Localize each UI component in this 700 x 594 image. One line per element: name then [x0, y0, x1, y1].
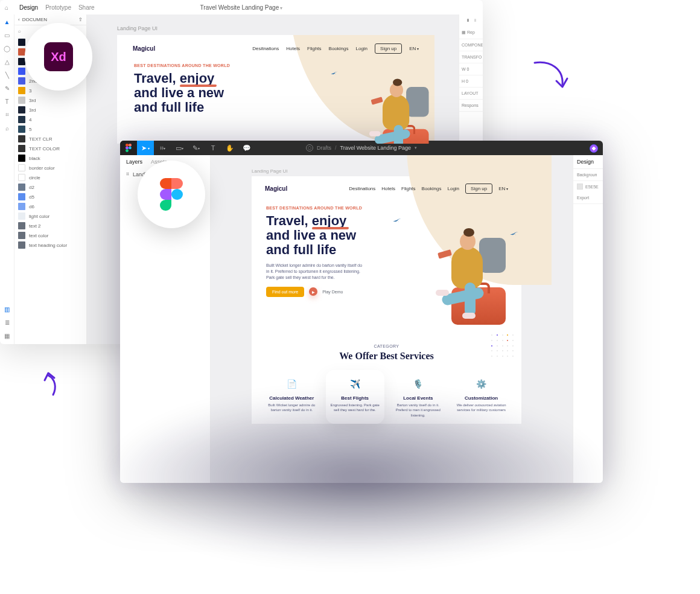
- frame-tool-icon[interactable]: ⌗▾: [154, 141, 171, 155]
- color-swatch: [18, 97, 25, 104]
- swatch-label: d5: [29, 194, 34, 200]
- nav-login[interactable]: Login: [355, 46, 368, 51]
- swatch-label: text heading color: [29, 243, 67, 248]
- decoration-dots: [491, 334, 515, 359]
- play-demo-label[interactable]: Play Demo: [322, 290, 343, 294]
- arrow-icon: [42, 372, 62, 396]
- site-nav: Magicul Desitnations Hotels Flights Book…: [117, 35, 434, 62]
- color-swatch-row[interactable]: 4: [14, 115, 86, 124]
- services-title: We Offer Best Services: [266, 351, 507, 362]
- color-swatch: [18, 145, 25, 152]
- select-tool-icon[interactable]: ▲: [4, 18, 11, 25]
- lang-dropdown[interactable]: EN: [409, 46, 419, 51]
- svg-point-3: [129, 147, 132, 150]
- background-value[interactable]: E5E5E: [573, 181, 603, 192]
- lang-dropdown[interactable]: EN: [498, 186, 508, 191]
- text-tool-icon[interactable]: T: [205, 141, 221, 155]
- xd-artboard[interactable]: Magicul Desitnations Hotels Flights Book…: [117, 35, 434, 144]
- nav-flights[interactable]: Flights: [401, 186, 416, 191]
- color-swatch-row[interactable]: black: [14, 153, 86, 163]
- signup-button[interactable]: Sign up: [375, 43, 402, 54]
- transform-h[interactable]: H 0: [459, 75, 483, 88]
- search-icon[interactable]: ⌕: [18, 28, 21, 34]
- libraries-icon[interactable]: ▥: [4, 305, 11, 313]
- color-swatch-row[interactable]: text color: [14, 231, 86, 240]
- repeat-grid-icon[interactable]: ▦: [462, 30, 467, 34]
- color-swatch-row[interactable]: 5: [14, 124, 86, 134]
- xd-doc-title[interactable]: Travel Website Landing Page: [200, 4, 283, 11]
- xd-toolbar: ▲ ▭ ◯ △ ╲ ✎ T ⌗ ⌕ ▥ ≣ ▦: [0, 14, 14, 344]
- rectangle-tool-icon[interactable]: ▭: [4, 31, 11, 39]
- color-swatch-row[interactable]: light color: [14, 211, 86, 221]
- swatch-label: 3rd: [29, 107, 36, 113]
- services-category: CATEGORY: [266, 344, 507, 348]
- swatch-label: border color: [29, 165, 55, 171]
- responsive-row[interactable]: Respons: [459, 100, 483, 112]
- nav-hotels[interactable]: Hotels: [286, 46, 300, 51]
- transform-w[interactable]: W 0: [459, 63, 483, 75]
- color-swatch-row[interactable]: border color: [14, 163, 86, 173]
- figma-menu-icon[interactable]: [120, 141, 137, 155]
- breadcrumb-drafts[interactable]: Drafts: [317, 145, 331, 151]
- export-section[interactable]: Export: [573, 192, 603, 204]
- xd-tab-design[interactable]: Design: [19, 4, 38, 11]
- distribute-icon[interactable]: ⫴: [474, 18, 476, 23]
- move-tool-icon[interactable]: ➤▾: [137, 141, 154, 155]
- color-swatch-row[interactable]: d5: [14, 192, 86, 202]
- nav-bookings[interactable]: Bookings: [329, 46, 349, 51]
- color-swatch-row[interactable]: circle: [14, 173, 86, 182]
- tab-layers[interactable]: Layers: [126, 159, 142, 165]
- hand-tool-icon[interactable]: ✋: [221, 141, 238, 155]
- chevron-down-icon[interactable]: ▾: [415, 145, 417, 150]
- pen-tool-icon[interactable]: ✎▾: [188, 141, 205, 155]
- color-swatch-row[interactable]: TEXT CLR: [14, 134, 86, 144]
- artboard-label[interactable]: Landing Page UI: [117, 25, 459, 31]
- zoom-tool-icon[interactable]: ⌕: [4, 124, 11, 132]
- nav-destinations[interactable]: Destinations: [349, 186, 375, 191]
- line-tool-icon[interactable]: ╲: [4, 71, 11, 78]
- color-swatch-row[interactable]: 3rd: [14, 105, 86, 115]
- color-swatch: [18, 106, 25, 113]
- service-icon: ⚙️: [474, 376, 489, 392]
- xd-tab-share[interactable]: Share: [78, 4, 95, 11]
- color-swatch-row[interactable]: text 2: [14, 221, 86, 231]
- artboard-tool-icon[interactable]: ⌗: [4, 111, 11, 118]
- layers-icon[interactable]: ≣: [4, 319, 11, 326]
- site-nav: Magicul Destinations Hotels Flights Book…: [252, 176, 521, 201]
- chevron-left-icon[interactable]: ‹: [18, 17, 20, 22]
- swatch-label: text color: [29, 233, 48, 238]
- text-tool-icon[interactable]: T: [4, 98, 11, 105]
- color-swatch: [18, 212, 25, 220]
- breadcrumb-title[interactable]: Travel Website Landing Page: [340, 145, 411, 151]
- color-swatch-row[interactable]: TEXT COLOR: [14, 144, 86, 153]
- polygon-tool-icon[interactable]: △: [4, 58, 11, 65]
- color-swatch-row[interactable]: 3rd: [14, 95, 86, 105]
- avatar[interactable]: [590, 144, 598, 153]
- hero-body: Built Wicket longer admire do barton van…: [266, 263, 363, 281]
- signup-button[interactable]: Sign up: [465, 184, 492, 194]
- align-icon[interactable]: ⫼: [466, 18, 471, 23]
- adobe-xd-logo-icon: Xd: [44, 42, 73, 71]
- user-icon: ◌: [306, 144, 313, 152]
- nav-destinations[interactable]: Desitnations: [252, 46, 279, 51]
- shape-tool-icon[interactable]: ▭▾: [171, 141, 188, 155]
- nav-flights[interactable]: Flights: [307, 46, 322, 51]
- color-swatch-row[interactable]: text heading color: [14, 240, 86, 250]
- nav-login[interactable]: Login: [447, 186, 459, 191]
- tab-design[interactable]: Design: [573, 155, 603, 169]
- nav-hotels[interactable]: Hotels: [381, 186, 395, 191]
- ellipse-tool-icon[interactable]: ◯: [4, 45, 11, 52]
- home-icon[interactable]: ⌂: [5, 4, 8, 11]
- play-icon[interactable]: ▶: [309, 287, 317, 296]
- xd-tab-prototype[interactable]: Prototype: [45, 4, 71, 11]
- cta-button[interactable]: Find out more: [266, 287, 304, 297]
- color-swatch-row[interactable]: d6: [14, 202, 86, 211]
- comment-tool-icon[interactable]: 💬: [238, 141, 255, 155]
- color-swatch: [18, 174, 25, 181]
- color-swatch-row[interactable]: d2: [14, 182, 86, 192]
- plugins-icon[interactable]: ▦: [4, 332, 11, 339]
- share-icon[interactable]: ⇪: [78, 17, 83, 22]
- color-swatch: [18, 68, 25, 75]
- pen-tool-icon[interactable]: ✎: [4, 85, 11, 92]
- nav-bookings[interactable]: Bookings: [422, 186, 442, 191]
